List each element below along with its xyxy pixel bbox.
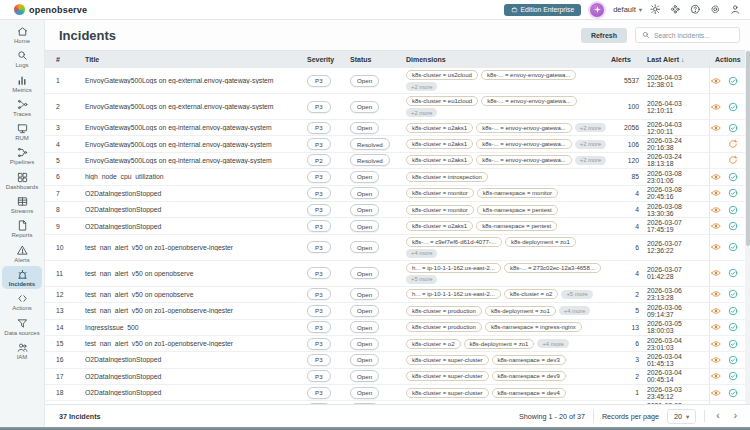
resolve-incident-button[interactable] xyxy=(727,338,738,349)
dimension-chip[interactable]: k8s-cluster = monitor xyxy=(406,188,474,198)
view-incident-button[interactable] xyxy=(710,75,721,86)
dimension-chip[interactable]: k8s-... = envoy-envoy-gatewa... xyxy=(476,155,572,165)
dimension-chip[interactable]: k8s-... = envoy-envoy-gatewa... xyxy=(476,123,572,133)
table-row[interactable]: 7O2DataIngestionStoppedP3Openk8s-cluster… xyxy=(45,186,745,202)
records-per-page-select[interactable]: 20 xyxy=(667,409,696,424)
view-incident-button[interactable] xyxy=(710,387,721,398)
dimension-chip[interactable]: k8s-namespace = pentest xyxy=(476,221,557,231)
dimension-chip[interactable]: h... = ip-10-1-1-162.us-east-2... xyxy=(406,263,501,273)
resolve-incident-button[interactable] xyxy=(727,101,738,112)
dimension-chip[interactable]: k8s-deployment = zo1 xyxy=(464,339,535,349)
resolve-incident-button[interactable] xyxy=(727,354,738,365)
more-dimensions-chip[interactable]: +4 more xyxy=(559,306,590,315)
table-row[interactable]: 4EnvoyGateway500Logs on eg-internal.envo… xyxy=(45,136,745,152)
table-row[interactable]: 6high_node_cpu_utilizationP3Openk8s-clus… xyxy=(45,169,745,185)
view-incident-button[interactable] xyxy=(710,122,721,133)
sidebar-item-iam[interactable]: IAM xyxy=(2,339,42,362)
resolve-incident-button[interactable] xyxy=(727,305,738,316)
view-incident-button[interactable] xyxy=(710,171,721,182)
dimension-chip[interactable]: k8s-namespace = dev4 xyxy=(492,388,566,398)
more-dimensions-chip[interactable]: +5 more xyxy=(406,275,437,284)
dimension-chip[interactable]: k8s-namespace = dev3 xyxy=(492,355,566,365)
view-incident-button[interactable] xyxy=(710,268,721,279)
dimension-chip[interactable]: k8s-cluster = us2cloud xyxy=(406,70,478,80)
edition-enterprise-button[interactable]: Edition Enterprise xyxy=(504,4,582,16)
dimension-chip[interactable]: k8s-deployment = zo1 xyxy=(505,237,576,247)
more-dimensions-chip[interactable]: +4 more xyxy=(406,249,437,258)
dimension-chip[interactable]: k8s-cluster = o2aks1 xyxy=(406,123,473,133)
more-dimensions-chip[interactable]: +2 more xyxy=(406,108,437,117)
search-input[interactable] xyxy=(654,32,733,39)
sidebar-item-actions[interactable]: Actions xyxy=(2,290,42,313)
sidebar-item-reports[interactable]: Reports xyxy=(2,217,42,240)
dimension-chip[interactable]: k8s-... = envoy-envoy-gatewa... xyxy=(481,70,577,80)
resolve-incident-button[interactable] xyxy=(727,387,738,398)
dimension-chip[interactable]: k8s-cluster = introspection xyxy=(406,172,488,182)
dimension-chip[interactable]: k8s-cluster = production xyxy=(406,306,482,316)
sidebar-item-home[interactable]: Home xyxy=(2,23,42,46)
resolve-incident-button[interactable] xyxy=(727,289,738,300)
dimension-chip[interactable]: k8s-cluster = o2 xyxy=(504,289,559,299)
table-row[interactable]: 16O2DataIngestionStoppedP3Openk8s-cluste… xyxy=(45,352,745,368)
sidebar-item-alerts[interactable]: Alerts xyxy=(2,242,42,265)
column-header-severity[interactable]: Severity xyxy=(307,56,350,63)
more-dimensions-chip[interactable]: +2 more xyxy=(575,140,606,149)
view-incident-button[interactable] xyxy=(710,242,721,253)
sidebar-item-rum[interactable]: RUM xyxy=(2,120,42,143)
ai-assistant-button[interactable] xyxy=(590,3,604,17)
view-incident-button[interactable] xyxy=(710,371,721,382)
more-dimensions-chip[interactable]: +5 more xyxy=(561,290,592,299)
sidebar-item-dashboards[interactable]: Dashboards xyxy=(2,169,42,192)
theme-button[interactable] xyxy=(649,3,662,16)
view-incident-button[interactable] xyxy=(710,101,721,112)
table-row[interactable]: 5EnvoyGateway500Logs on eg-internal.envo… xyxy=(45,153,745,169)
apps-button[interactable] xyxy=(669,3,682,16)
table-scrollbar[interactable] xyxy=(745,50,750,404)
dimension-chip[interactable]: k8s-namespace = monitor xyxy=(477,188,558,198)
dimension-chip[interactable]: k8s-... = c9ef7ef6-d61d-4077-... xyxy=(406,237,502,247)
next-page-button[interactable] xyxy=(731,411,740,421)
dimension-chip[interactable]: k8s-cluster = production xyxy=(406,322,482,332)
column-header-last-alert[interactable]: Last Alert xyxy=(643,56,709,63)
organization-select[interactable]: default xyxy=(613,5,642,14)
dimension-chip[interactable]: k8s-cluster = super-cluster xyxy=(406,371,489,381)
view-incident-button[interactable] xyxy=(710,322,721,333)
search-box[interactable] xyxy=(635,27,740,43)
help-button[interactable] xyxy=(689,3,702,16)
table-row[interactable]: 13test_nan_alert_v50 on zo1-openobserve-… xyxy=(45,303,745,319)
more-dimensions-chip[interactable]: +4 more xyxy=(537,339,568,348)
column-header-number[interactable]: # xyxy=(45,56,85,63)
dimension-chip[interactable]: k8s-namespace = dev9 xyxy=(492,371,566,381)
sidebar-item-pipelines[interactable]: Pipelines xyxy=(2,144,42,167)
resolve-incident-button[interactable] xyxy=(727,371,738,382)
view-incident-button[interactable] xyxy=(710,204,721,215)
table-row[interactable]: 18O2DataIngestionStoppedP3Openk8s-cluste… xyxy=(45,385,745,401)
sidebar-item-metrics[interactable]: Metrics xyxy=(2,72,42,95)
dimension-chip[interactable]: k8s-cluster = o2aks1 xyxy=(406,221,473,231)
dimension-chip[interactable]: k8s-cluster = super-cluster xyxy=(406,388,489,398)
table-row[interactable]: 9O2DataIngestionStoppedP3Openk8s-cluster… xyxy=(45,218,745,234)
dimension-chip[interactable]: k8s-cluster = monitor xyxy=(406,205,474,215)
column-header-status[interactable]: Status xyxy=(350,56,406,63)
resolve-incident-button[interactable] xyxy=(727,242,738,253)
table-row[interactable]: 10test_nan_alert_v50 on zo1-openobserve-… xyxy=(45,235,745,261)
column-header-dimensions[interactable]: Dimensions xyxy=(406,56,611,63)
table-row[interactable]: 14IngressIssue_500P3Openk8s-cluster = pr… xyxy=(45,320,745,336)
dimension-chip[interactable]: h... = ip-10-1-1-162.us-east-2... xyxy=(406,289,501,299)
resolve-incident-button[interactable] xyxy=(727,221,738,232)
more-dimensions-chip[interactable]: +2 more xyxy=(575,156,606,165)
view-incident-button[interactable] xyxy=(710,338,721,349)
dimension-chip[interactable]: k8s-cluster = o2 xyxy=(406,339,461,349)
sidebar-item-traces[interactable]: Traces xyxy=(2,96,42,119)
reopen-incident-button[interactable] xyxy=(727,139,738,150)
sidebar-item-incidents[interactable]: Incidents xyxy=(2,266,42,289)
dimension-chip[interactable]: k8s-... = envoy-envoy-gatewa... xyxy=(476,139,572,149)
column-header-title[interactable]: Title xyxy=(85,56,307,63)
column-header-alerts[interactable]: Alerts xyxy=(611,56,643,63)
view-incident-button[interactable] xyxy=(710,188,721,199)
sidebar-item-data-sources[interactable]: Data sources xyxy=(2,315,42,338)
dimension-chip[interactable]: k8s-... = envoy-envoy-gatewa... xyxy=(481,96,577,106)
reopen-incident-button[interactable] xyxy=(727,155,738,166)
table-row[interactable]: 8O2DataIngestionStoppedP3Openk8s-cluster… xyxy=(45,202,745,218)
resolve-incident-button[interactable] xyxy=(727,322,738,333)
